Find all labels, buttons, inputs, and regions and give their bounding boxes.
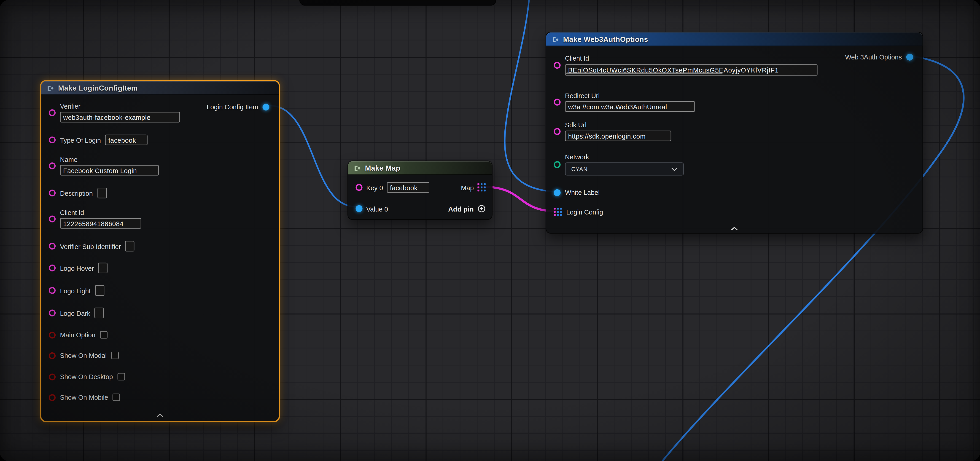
pin-row-main-option: Main Option xyxy=(49,331,107,339)
logo-light-input[interactable] xyxy=(95,285,104,296)
pin-label: Login Config xyxy=(566,208,603,216)
pin-row-show-on-mobile: Show On Mobile xyxy=(49,394,120,401)
node-title: Make Map xyxy=(365,164,401,172)
description-input[interactable] xyxy=(97,188,107,198)
pin-row-name: Name xyxy=(49,156,159,175)
show-on-mobile-checkbox[interactable] xyxy=(113,394,120,401)
pin-row-client-id: Client Id xyxy=(49,208,141,229)
pin-label: White Label xyxy=(565,189,600,196)
key-0-input[interactable] xyxy=(387,182,430,192)
make-struct-icon xyxy=(551,35,560,43)
pin-value-0[interactable] xyxy=(356,205,363,212)
network-selected-value: CYAN xyxy=(571,166,588,172)
redirect-url-input[interactable] xyxy=(565,101,695,112)
logo-hover-input[interactable] xyxy=(99,263,108,273)
pin-key-0[interactable] xyxy=(356,184,363,191)
pin-row-logo-dark: Logo Dark xyxy=(49,308,104,318)
wire-loginconfigitem-to-value0[interactable] xyxy=(269,106,356,207)
pin-show-on-mobile[interactable] xyxy=(49,394,56,401)
pin-type-of-login[interactable] xyxy=(49,137,56,143)
pin-label: Logo Light xyxy=(60,287,91,294)
chevron-up-icon xyxy=(731,226,738,231)
plus-circle-icon xyxy=(477,205,486,213)
pin-label: Show On Modal xyxy=(60,352,107,359)
sdk-url-input[interactable] xyxy=(565,130,671,141)
pin-name[interactable] xyxy=(49,162,56,169)
verifier-input[interactable] xyxy=(60,112,180,122)
network-select[interactable]: CYAN xyxy=(565,162,684,175)
pin-web3auth-options-output[interactable] xyxy=(906,54,913,60)
pin-label: Type Of Login xyxy=(60,136,101,144)
pin-network[interactable] xyxy=(554,161,561,168)
pin-main-option[interactable] xyxy=(49,331,56,338)
node-make-loginconfigitem[interactable]: Make LoginConfigItem Login Config Item V… xyxy=(40,80,280,422)
pin-show-on-desktop[interactable] xyxy=(49,373,56,380)
pin-label: Show On Desktop xyxy=(60,373,113,380)
make-map-icon xyxy=(353,164,361,172)
pin-login-config-item-output[interactable] xyxy=(262,103,269,110)
logo-dark-input[interactable] xyxy=(95,308,104,318)
pin-label: Client Id xyxy=(60,208,84,216)
chevron-up-icon xyxy=(156,413,164,418)
pin-label: Logo Dark xyxy=(60,309,90,317)
collapse-node-button[interactable] xyxy=(150,409,170,421)
pin-row-sdk-url: Sdk Url xyxy=(554,121,671,141)
node-header[interactable]: Make Web3AuthOptions xyxy=(546,32,923,46)
chevron-down-icon xyxy=(671,167,677,171)
pin-logo-dark[interactable] xyxy=(49,310,56,316)
pin-row-logo-hover: Logo Hover xyxy=(49,263,108,273)
main-option-checkbox[interactable] xyxy=(100,331,107,339)
pin-row-client-id: Client Id xyxy=(554,54,818,76)
pin-label: Redirect Url xyxy=(565,92,600,100)
type-of-login-input[interactable] xyxy=(105,135,148,145)
verifier-sub-identifier-input[interactable] xyxy=(126,241,135,251)
pin-row-key-0: Key 0 Map xyxy=(356,182,486,192)
pin-row-value-0: Value 0 Add pin xyxy=(356,205,486,213)
pin-logo-hover[interactable] xyxy=(49,265,56,272)
collapse-node-button[interactable] xyxy=(724,222,745,234)
node-header[interactable]: Make LoginConfigItem xyxy=(41,81,278,95)
pin-description[interactable] xyxy=(49,189,56,196)
add-pin-button[interactable]: Add pin xyxy=(448,205,486,213)
pin-label: Client Id xyxy=(565,54,589,62)
pin-row-description: Description xyxy=(49,188,107,198)
pin-show-on-modal[interactable] xyxy=(49,352,56,359)
pin-label: Description xyxy=(60,189,93,197)
pin-white-label[interactable] xyxy=(554,189,561,196)
pin-label: Main Option xyxy=(60,331,95,339)
make-struct-icon xyxy=(46,84,54,92)
add-pin-label: Add pin xyxy=(448,205,474,213)
pin-label: Verifier Sub Identifier xyxy=(60,242,121,250)
pin-label: Web 3Auth Options xyxy=(845,53,902,60)
pin-client-id[interactable] xyxy=(49,215,56,222)
pin-login-config[interactable] xyxy=(554,208,562,216)
input-horizontal-scrollbar[interactable] xyxy=(566,73,723,74)
node-make-map[interactable]: Make Map Key 0 Map xyxy=(347,161,493,220)
show-on-modal-checkbox[interactable] xyxy=(111,352,119,359)
pin-client-id[interactable] xyxy=(554,62,561,68)
pin-redirect-url[interactable] xyxy=(554,99,561,105)
pin-row-logo-light: Logo Light xyxy=(49,285,104,296)
show-on-desktop-checkbox[interactable] xyxy=(117,373,125,380)
blueprint-graph-canvas[interactable]: Make LoginConfigItem Login Config Item V… xyxy=(0,0,980,461)
pin-row-verifier-sub-identifier: Verifier Sub Identifier xyxy=(49,241,135,251)
pin-row-show-on-modal: Show On Modal xyxy=(49,352,118,359)
pin-row-login-config-item-output: Login Config Item xyxy=(207,103,269,111)
pin-row-redirect-url: Redirect Url xyxy=(554,92,695,112)
offscreen-node-top-edge[interactable] xyxy=(299,0,496,6)
pin-logo-light[interactable] xyxy=(49,287,56,294)
pin-row-white-label: White Label xyxy=(554,189,600,196)
pin-row-show-on-desktop: Show On Desktop xyxy=(49,373,125,380)
name-input[interactable] xyxy=(60,165,159,175)
pin-label: Value 0 xyxy=(366,205,388,213)
pin-label: Logo Hover xyxy=(60,264,94,272)
pin-sdk-url[interactable] xyxy=(554,128,561,135)
pin-verifier[interactable] xyxy=(49,109,56,116)
pin-label: Verifier xyxy=(60,102,80,110)
node-header[interactable]: Make Map xyxy=(348,161,492,175)
node-make-web3authoptions[interactable]: Make Web3AuthOptions Web 3Auth Options C… xyxy=(546,32,923,234)
client-id-input[interactable] xyxy=(60,218,141,229)
pin-row-type-of-login: Type Of Login xyxy=(49,135,148,145)
pin-verifier-sub-identifier[interactable] xyxy=(49,243,56,250)
pin-map-output[interactable] xyxy=(477,183,486,192)
